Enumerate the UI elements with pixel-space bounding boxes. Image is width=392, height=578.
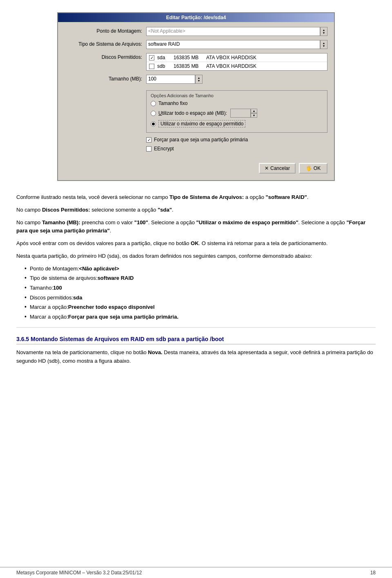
encrypt-checkbox[interactable] xyxy=(146,146,151,152)
disco-sda-row[interactable]: ✓ sda 163835 MB ATA VBOX HARDDISK xyxy=(147,54,327,62)
bullet-item-1: Tipo de sistema de arquivos: software RA… xyxy=(24,274,376,282)
dialog-title: Editar Partição: /dev/sda4 xyxy=(166,15,226,20)
disco-sda-checkbox[interactable]: ✓ xyxy=(149,55,157,60)
utilizar-rest: tilizar todo o espaço até (MB): xyxy=(162,110,227,116)
disco-sda-size: 163835 MB xyxy=(174,55,206,60)
radio-fixo-row[interactable]: Tamanho fixo xyxy=(151,100,323,106)
section-separator xyxy=(16,327,376,328)
disco-sdb-name: sdb xyxy=(157,63,174,69)
tipo-sistema-input[interactable]: software RAID xyxy=(146,40,320,49)
body-para4: Após você entrar com os devidos valores … xyxy=(16,239,376,248)
utilizar-underline: U xyxy=(158,110,162,116)
checkbox-sda[interactable]: ✓ xyxy=(149,55,154,60)
page-footer: Metasys Corporate MINICOM – Versão 3.2 D… xyxy=(0,567,392,578)
utilizar-input[interactable]: 1 xyxy=(230,109,251,118)
cancelar-icon: ✕ xyxy=(265,165,269,171)
ok-label: OK xyxy=(314,165,321,171)
discos-permitidos-label: Discos Permitidos: xyxy=(65,53,146,60)
opcoes-spacer xyxy=(65,88,146,89)
forcar-spacer xyxy=(65,137,146,138)
ponto-montagem-label: Ponto de Montagem: xyxy=(65,27,146,34)
buttons-row: ✕ Cancelar 🖐 OK xyxy=(65,159,327,175)
body-para5: Nesta quarta partição, do primeiro HD (s… xyxy=(16,252,376,261)
cancelar-button[interactable]: ✕ Cancelar xyxy=(259,163,296,174)
footer-right: 18 xyxy=(370,570,376,576)
ok-icon: 🖐 xyxy=(306,165,312,171)
tipo-sistema-row: Tipo de Sistema de Arquivos: software RA… xyxy=(65,40,327,49)
radio-fixo-btn[interactable] xyxy=(151,101,156,106)
forcar-checkbox[interactable]: ✓ xyxy=(146,137,151,143)
opcoes-row: Opções Adicionais de Tamanho Tamanho fix… xyxy=(65,88,327,133)
edit-partition-dialog: Editar Partição: /dev/sda4 Ponto de Mont… xyxy=(57,12,335,181)
forcar-check-row[interactable]: ✓ Forçar para que seja uma partição prim… xyxy=(146,137,327,143)
utilizar-down-arrow[interactable]: ▼ xyxy=(251,113,257,118)
tipo-sistema-label: Tipo de Sistema de Arquivos: xyxy=(65,40,146,47)
dialog-titlebar: Editar Partição: /dev/sda4 xyxy=(58,13,334,22)
discos-permitidos-row: Discos Permitidos: ✓ sda 163835 MB ATA V… xyxy=(65,53,327,71)
encrypt-check-row[interactable]: EEncrypt xyxy=(146,146,327,152)
ponto-montagem-arrow[interactable]: ▲ ▼ xyxy=(320,27,327,36)
section-heading: 3.6.5 Montando Sistemas de Arquivos em R… xyxy=(16,336,376,344)
disco-sdb-checkbox[interactable] xyxy=(149,64,157,69)
tamanho-control: 100 ▲ ▼ xyxy=(146,75,327,84)
ok-button[interactable]: 🖐 OK xyxy=(299,163,327,174)
tipo-sistema-control: software RAID ▲ ▼ xyxy=(146,40,327,49)
ponto-montagem-row: Ponto de Montagem: <Not Applicable> ▲ ▼ xyxy=(65,27,327,36)
utilizar-up-arrow[interactable]: ▲ xyxy=(251,109,257,113)
encrypt-label: EEncrypt xyxy=(154,146,174,152)
disco-sda-name: sda xyxy=(157,55,174,60)
tamanho-label: Tamanho (MB): xyxy=(65,75,146,82)
disco-sdb-size: 163835 MB xyxy=(174,63,206,69)
disco-sda-type: ATA VBOX HARDDISK xyxy=(206,55,256,60)
radio-max-btn[interactable] xyxy=(151,121,156,127)
radio-max-label: Utilizar o máximo de espaço permitido xyxy=(158,120,245,127)
cancelar-label: Cancelar xyxy=(270,165,290,171)
footer-left: Metasys Corporate MINICOM – Versão 3.2 D… xyxy=(16,570,142,576)
tamanho-input[interactable]: 100 xyxy=(146,75,195,84)
discos-table: ✓ sda 163835 MB ATA VBOX HARDDISK sd xyxy=(146,53,327,71)
ponto-montagem-control: <Not Applicable> ▲ ▼ xyxy=(146,27,327,36)
body-para1: Conforme ilustrado nesta tela, você deve… xyxy=(16,193,376,202)
utilizar-arrows: ▲ ▼ xyxy=(251,109,257,118)
encrypt-underline: E xyxy=(154,146,157,152)
bullet-item-3: Discos permitidos: sda xyxy=(24,294,376,302)
body-para2: No campo Discos Permitidos: selecione so… xyxy=(16,206,376,214)
bullet-item-5: Marcar a opção: Forçar para que seja uma… xyxy=(24,313,376,321)
dialog-body: Ponto de Montagem: <Not Applicable> ▲ ▼ xyxy=(58,22,334,180)
body-para3: No campo Tamanho (MB): preencha com o va… xyxy=(16,219,376,236)
opcoes-section: Opções Adicionais de Tamanho Tamanho fix… xyxy=(146,90,327,133)
tipo-sistema-arrow[interactable]: ▲ ▼ xyxy=(320,40,327,49)
opcoes-title: Opções Adicionais de Tamanho xyxy=(151,93,323,98)
radio-utilizar-btn[interactable] xyxy=(151,111,156,116)
disco-sdb-type: ATA VBOX HARDDISK xyxy=(206,63,256,69)
bullet-item-4: Marcar a opção: Preencher todo espaço di… xyxy=(24,303,376,311)
tamanho-arrow[interactable]: ▲ ▼ xyxy=(195,75,203,84)
tamanho-row: Tamanho (MB): 100 ▲ ▼ xyxy=(65,75,327,84)
section-para1: Novamente na tela de particionamento, cl… xyxy=(16,348,376,366)
bullet-list: Ponto de Montagem: <Não aplicável> Tipo … xyxy=(16,265,376,321)
opcoes-control: Opções Adicionais de Tamanho Tamanho fix… xyxy=(146,88,327,133)
forcar-label: Forçar para que seja uma partição primár… xyxy=(154,137,248,143)
bullet-item-2: Tamanho: 100 xyxy=(24,284,376,292)
radio-fixo-label: Tamanho fixo xyxy=(158,100,187,106)
forcar-row: ✓ Forçar para que seja uma partição prim… xyxy=(65,137,327,155)
ponto-montagem-input[interactable]: <Not Applicable> xyxy=(146,27,320,36)
radio-utilizar-row[interactable]: Utilizar todo o espaço até (MB): 1 ▲ ▼ xyxy=(151,109,323,118)
checkbox-sdb[interactable] xyxy=(149,64,154,69)
disco-sdb-row[interactable]: sdb 163835 MB ATA VBOX HARDDISK xyxy=(147,62,327,70)
radio-max-row[interactable]: Utilizar o máximo de espaço permitido xyxy=(151,120,323,127)
bullet-item-0: Ponto de Montagem: <Não aplicável> xyxy=(24,265,376,273)
dialog-container: Editar Partição: /dev/sda4 Ponto de Mont… xyxy=(16,8,376,181)
radio-utilizar-label: Utilizar todo o espaço até (MB): xyxy=(158,110,227,116)
discos-permitidos-control: ✓ sda 163835 MB ATA VBOX HARDDISK sd xyxy=(146,53,327,71)
utilizar-max-label: Utilizar o máximo de espaço permitido xyxy=(158,120,245,127)
forcar-control: ✓ Forçar para que seja uma partição prim… xyxy=(146,137,327,155)
